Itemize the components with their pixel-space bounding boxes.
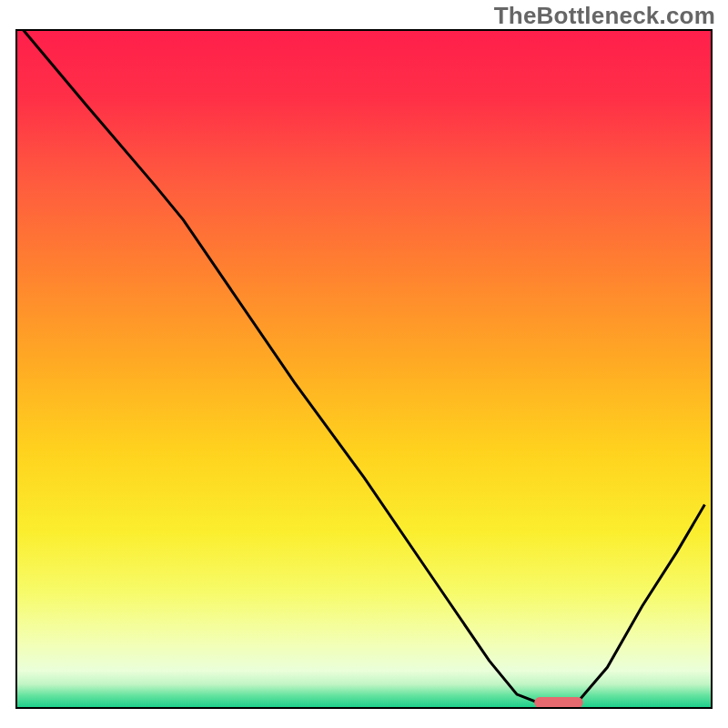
bottleneck-chart — [0, 0, 728, 728]
gradient-background — [16, 30, 712, 708]
optimal-marker — [534, 697, 583, 708]
chart-frame: TheBottleneck.com — [0, 0, 728, 728]
watermark-label: TheBottleneck.com — [494, 2, 715, 30]
